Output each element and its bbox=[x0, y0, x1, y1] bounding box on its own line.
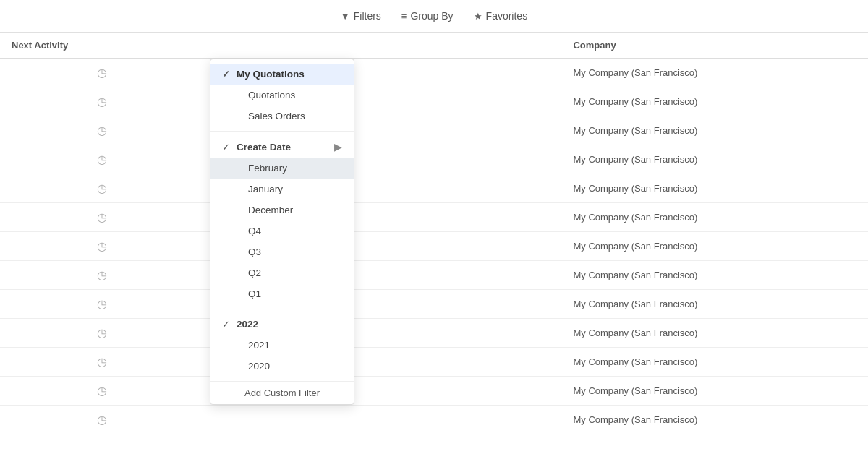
my-quotations-section: ✓ My Quotations Quotations Sales Orders bbox=[210, 59, 354, 131]
activity-cell: ◷ bbox=[0, 348, 204, 377]
activity-cell: ◷ bbox=[0, 59, 204, 87]
january-label: January bbox=[248, 184, 283, 194]
activity-icon: ◷ bbox=[12, 95, 192, 108]
filters-label: Filters bbox=[354, 10, 381, 22]
filters-button[interactable]: ▼ Filters bbox=[332, 6, 390, 26]
activity-icon: ◷ bbox=[12, 413, 192, 427]
check-icon: ✓ bbox=[222, 69, 232, 80]
company-cell: My Company (San Francisco) bbox=[561, 348, 868, 377]
spacer-cell bbox=[204, 406, 561, 434]
main-table: Next Activity Company ◷ My Company (San … bbox=[0, 33, 868, 434]
activity-cell: ◷ bbox=[0, 232, 204, 261]
company-cell: My Company (San Francisco) bbox=[561, 377, 868, 406]
sales-orders-label: Sales Orders bbox=[248, 111, 305, 121]
table-row: ◷ My Company (San Francisco) bbox=[0, 59, 868, 87]
q1-label: Q1 bbox=[248, 288, 261, 299]
year-2021-item[interactable]: 2021 bbox=[210, 335, 354, 356]
table-row: ◷ My Company (San Francisco) bbox=[0, 319, 868, 348]
years-section: ✓ 2022 2021 2020 bbox=[210, 309, 354, 381]
activity-cell: ◷ bbox=[0, 377, 204, 406]
toolbar: ▼ Filters ≡ Group By ★ Favorites bbox=[0, 0, 868, 33]
chevron-right-icon: ▶ bbox=[334, 141, 342, 153]
my-quotations-item[interactable]: ✓ My Quotations bbox=[210, 64, 354, 85]
sales-orders-item[interactable]: Sales Orders bbox=[210, 106, 354, 127]
favorites-label: Favorites bbox=[486, 10, 528, 22]
activity-icon: ◷ bbox=[12, 326, 192, 340]
year-2021-label: 2021 bbox=[248, 340, 270, 351]
company-cell: My Company (San Francisco) bbox=[561, 59, 868, 87]
my-quotations-label: My Quotations bbox=[237, 69, 305, 80]
filter-icon: ▼ bbox=[341, 11, 350, 22]
company-cell: My Company (San Francisco) bbox=[561, 290, 868, 319]
activity-cell: ◷ bbox=[0, 261, 204, 290]
page-wrapper: ▼ Filters ≡ Group By ★ Favorites Next Ac… bbox=[0, 0, 868, 454]
activity-icon: ◷ bbox=[12, 355, 192, 369]
company-cell: My Company (San Francisco) bbox=[561, 203, 868, 232]
activity-icon: ◷ bbox=[12, 124, 192, 137]
table-row: ◷ My Company (San Francisco) bbox=[0, 87, 868, 116]
q2-item[interactable]: Q2 bbox=[210, 262, 354, 283]
activity-cell: ◷ bbox=[0, 116, 204, 145]
q2-label: Q2 bbox=[248, 267, 261, 278]
year-2020-label: 2020 bbox=[248, 361, 270, 372]
activity-cell: ◷ bbox=[0, 290, 204, 319]
company-cell: My Company (San Francisco) bbox=[561, 319, 868, 348]
filters-dropdown: ✓ My Quotations Quotations Sales Orders … bbox=[210, 59, 354, 405]
company-cell: My Company (San Francisco) bbox=[561, 87, 868, 116]
check-icon: ✓ bbox=[222, 319, 232, 330]
december-item[interactable]: December bbox=[210, 200, 354, 220]
quotations-item[interactable]: Quotations bbox=[210, 85, 354, 106]
table-row: ◷ My Company (San Francisco) bbox=[0, 116, 868, 145]
activity-icon: ◷ bbox=[12, 181, 192, 195]
group-by-icon: ≡ bbox=[401, 11, 407, 22]
table-row: ◷ My Company (San Francisco) bbox=[0, 145, 868, 174]
activity-icon: ◷ bbox=[12, 297, 192, 311]
year-2020-item[interactable]: 2020 bbox=[210, 356, 354, 377]
quotations-label: Quotations bbox=[248, 90, 295, 100]
table-area: Next Activity Company ◷ My Company (San … bbox=[0, 33, 868, 434]
table-row: ◷ My Company (San Francisco) bbox=[0, 203, 868, 232]
add-custom-label: Add Custom Filter bbox=[244, 387, 320, 398]
table-row: ◷ My Company (San Francisco) bbox=[0, 348, 868, 377]
activity-cell: ◷ bbox=[0, 174, 204, 203]
year-2022-label: 2022 bbox=[237, 319, 258, 330]
table-row: ◷ My Company (San Francisco) bbox=[0, 290, 868, 319]
table-header-row: Next Activity Company bbox=[0, 33, 868, 59]
q1-item[interactable]: Q1 bbox=[210, 283, 354, 304]
activity-icon: ◷ bbox=[12, 210, 192, 224]
activity-cell: ◷ bbox=[0, 145, 204, 174]
col-next-activity: Next Activity bbox=[0, 33, 204, 59]
q3-item[interactable]: Q3 bbox=[210, 241, 354, 262]
create-date-section: ✓ Create Date ▶ February January Decembe… bbox=[210, 131, 354, 309]
year-2022-item[interactable]: ✓ 2022 bbox=[210, 314, 354, 335]
february-item[interactable]: February bbox=[210, 158, 354, 179]
activity-cell: ◷ bbox=[0, 319, 204, 348]
create-date-label: Create Date bbox=[237, 142, 291, 153]
q4-label: Q4 bbox=[248, 226, 261, 236]
company-cell: My Company (San Francisco) bbox=[561, 261, 868, 290]
company-cell: My Company (San Francisco) bbox=[561, 174, 868, 203]
group-by-label: Group By bbox=[410, 10, 453, 22]
february-label: February bbox=[248, 163, 287, 174]
company-cell: My Company (San Francisco) bbox=[561, 116, 868, 145]
activity-icon: ◷ bbox=[12, 66, 192, 80]
favorites-button[interactable]: ★ Favorites bbox=[465, 6, 537, 26]
activity-cell: ◷ bbox=[0, 87, 204, 116]
company-cell: My Company (San Francisco) bbox=[561, 232, 868, 261]
group-by-button[interactable]: ≡ Group By bbox=[393, 6, 462, 26]
q3-label: Q3 bbox=[248, 247, 261, 257]
table-row: ◷ My Company (San Francisco) bbox=[0, 232, 868, 261]
activity-cell: ◷ bbox=[0, 406, 204, 434]
january-item[interactable]: January bbox=[210, 179, 354, 200]
check-icon: ✓ bbox=[222, 142, 232, 153]
company-cell: My Company (San Francisco) bbox=[561, 145, 868, 174]
activity-icon: ◷ bbox=[12, 384, 192, 398]
q4-item[interactable]: Q4 bbox=[210, 220, 354, 241]
add-custom-filter-button[interactable]: Add Custom Filter bbox=[210, 381, 354, 404]
activity-icon: ◷ bbox=[12, 153, 192, 166]
activity-cell: ◷ bbox=[0, 203, 204, 232]
activity-icon: ◷ bbox=[12, 239, 192, 253]
table-row: ◷ My Company (San Francisco) bbox=[0, 261, 868, 290]
create-date-item[interactable]: ✓ Create Date ▶ bbox=[210, 136, 354, 158]
table-row: ◷ My Company (San Francisco) bbox=[0, 174, 868, 203]
